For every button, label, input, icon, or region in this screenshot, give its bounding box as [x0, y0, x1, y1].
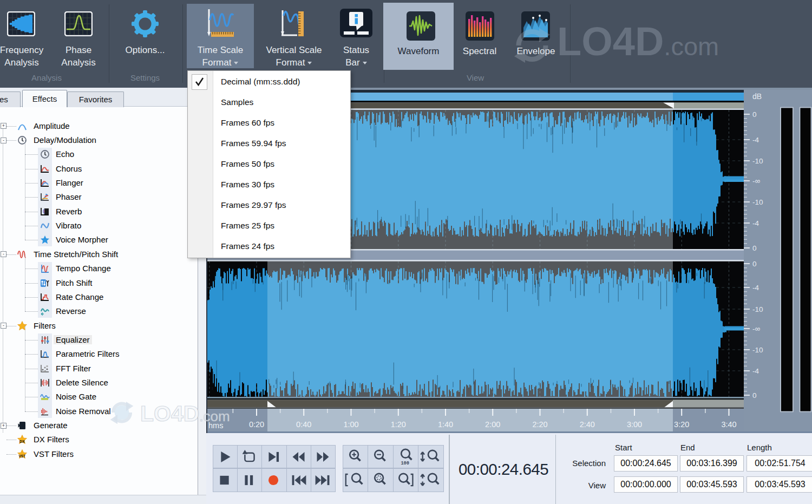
svg-text:-10: -10	[752, 346, 763, 354]
svg-text:-4: -4	[752, 136, 759, 144]
svg-text:0: 0	[752, 260, 757, 268]
svg-text:-4: -4	[752, 367, 759, 375]
svg-text:100: 100	[401, 461, 409, 466]
svg-text:3:40: 3:40	[721, 420, 736, 429]
svg-text:3:20: 3:20	[674, 420, 689, 429]
svg-text:0:40: 0:40	[296, 420, 311, 429]
svg-text:0:20: 0:20	[249, 420, 264, 429]
svg-text:-10: -10	[752, 305, 763, 313]
svg-text:3:00: 3:00	[627, 420, 642, 429]
svg-text:2:00: 2:00	[485, 420, 500, 429]
svg-text:-4: -4	[752, 219, 759, 227]
svg-text:1:20: 1:20	[391, 420, 406, 429]
svg-text:DX: DX	[19, 440, 25, 443]
svg-text:-10: -10	[752, 157, 763, 165]
svg-text:VST: VST	[19, 454, 26, 458]
svg-text:-∞: -∞	[752, 325, 760, 333]
svg-text:1:00: 1:00	[343, 420, 358, 429]
svg-text:0: 0	[752, 244, 757, 252]
svg-text:0: 0	[752, 391, 757, 400]
svg-text:1:40: 1:40	[438, 420, 453, 429]
svg-text:0: 0	[752, 110, 757, 119]
svg-text:-∞: -∞	[752, 177, 760, 185]
svg-text:dB: dB	[752, 92, 762, 101]
svg-text:2:40: 2:40	[580, 420, 595, 429]
svg-text:-4: -4	[752, 284, 759, 292]
svg-text:2:20: 2:20	[532, 420, 547, 429]
svg-text:-10: -10	[752, 198, 763, 206]
